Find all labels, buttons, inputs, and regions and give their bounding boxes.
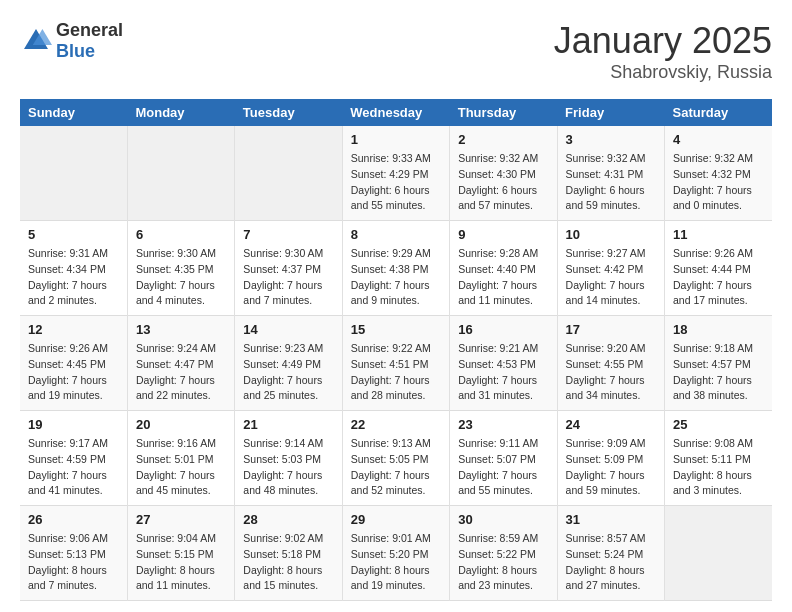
day-number: 15 (351, 322, 441, 337)
day-info: Sunrise: 9:18 AM Sunset: 4:57 PM Dayligh… (673, 341, 764, 404)
day-info: Sunrise: 9:22 AM Sunset: 4:51 PM Dayligh… (351, 341, 441, 404)
day-info: Sunrise: 9:23 AM Sunset: 4:49 PM Dayligh… (243, 341, 333, 404)
calendar-day-cell: 17Sunrise: 9:20 AM Sunset: 4:55 PM Dayli… (557, 316, 664, 411)
calendar-day-cell: 19Sunrise: 9:17 AM Sunset: 4:59 PM Dayli… (20, 411, 127, 506)
weekday-header: Wednesday (342, 99, 449, 126)
day-info: Sunrise: 9:32 AM Sunset: 4:30 PM Dayligh… (458, 151, 548, 214)
calendar-day-cell: 22Sunrise: 9:13 AM Sunset: 5:05 PM Dayli… (342, 411, 449, 506)
day-number: 13 (136, 322, 226, 337)
weekday-header: Monday (127, 99, 234, 126)
day-info: Sunrise: 8:57 AM Sunset: 5:24 PM Dayligh… (566, 531, 656, 594)
day-info: Sunrise: 9:09 AM Sunset: 5:09 PM Dayligh… (566, 436, 656, 499)
day-info: Sunrise: 9:04 AM Sunset: 5:15 PM Dayligh… (136, 531, 226, 594)
calendar-week-row: 5Sunrise: 9:31 AM Sunset: 4:34 PM Daylig… (20, 221, 772, 316)
day-info: Sunrise: 9:26 AM Sunset: 4:44 PM Dayligh… (673, 246, 764, 309)
day-info: Sunrise: 9:16 AM Sunset: 5:01 PM Dayligh… (136, 436, 226, 499)
calendar-day-cell (20, 126, 127, 221)
day-number: 11 (673, 227, 764, 242)
day-info: Sunrise: 8:59 AM Sunset: 5:22 PM Dayligh… (458, 531, 548, 594)
calendar-day-cell: 6Sunrise: 9:30 AM Sunset: 4:35 PM Daylig… (127, 221, 234, 316)
day-info: Sunrise: 9:13 AM Sunset: 5:05 PM Dayligh… (351, 436, 441, 499)
day-number: 7 (243, 227, 333, 242)
calendar-day-cell (235, 126, 342, 221)
day-number: 20 (136, 417, 226, 432)
day-number: 27 (136, 512, 226, 527)
day-number: 23 (458, 417, 548, 432)
month-title: January 2025 (554, 20, 772, 62)
logo-icon (20, 25, 52, 57)
calendar-day-cell: 31Sunrise: 8:57 AM Sunset: 5:24 PM Dayli… (557, 506, 664, 601)
calendar-week-row: 26Sunrise: 9:06 AM Sunset: 5:13 PM Dayli… (20, 506, 772, 601)
title-section: January 2025 Shabrovskiy, Russia (554, 20, 772, 83)
day-number: 9 (458, 227, 548, 242)
day-number: 26 (28, 512, 119, 527)
day-info: Sunrise: 9:06 AM Sunset: 5:13 PM Dayligh… (28, 531, 119, 594)
calendar-day-cell: 11Sunrise: 9:26 AM Sunset: 4:44 PM Dayli… (665, 221, 772, 316)
weekday-header-row: SundayMondayTuesdayWednesdayThursdayFrid… (20, 99, 772, 126)
day-number: 3 (566, 132, 656, 147)
day-number: 18 (673, 322, 764, 337)
day-info: Sunrise: 9:26 AM Sunset: 4:45 PM Dayligh… (28, 341, 119, 404)
day-number: 10 (566, 227, 656, 242)
calendar-day-cell: 10Sunrise: 9:27 AM Sunset: 4:42 PM Dayli… (557, 221, 664, 316)
calendar-day-cell: 12Sunrise: 9:26 AM Sunset: 4:45 PM Dayli… (20, 316, 127, 411)
day-info: Sunrise: 9:27 AM Sunset: 4:42 PM Dayligh… (566, 246, 656, 309)
calendar-day-cell: 21Sunrise: 9:14 AM Sunset: 5:03 PM Dayli… (235, 411, 342, 506)
calendar-day-cell: 16Sunrise: 9:21 AM Sunset: 4:53 PM Dayli… (450, 316, 557, 411)
logo-blue: Blue (56, 41, 95, 61)
day-info: Sunrise: 9:28 AM Sunset: 4:40 PM Dayligh… (458, 246, 548, 309)
calendar-day-cell: 8Sunrise: 9:29 AM Sunset: 4:38 PM Daylig… (342, 221, 449, 316)
day-number: 17 (566, 322, 656, 337)
location-title: Shabrovskiy, Russia (554, 62, 772, 83)
logo: General Blue (20, 20, 123, 62)
day-info: Sunrise: 9:29 AM Sunset: 4:38 PM Dayligh… (351, 246, 441, 309)
day-number: 21 (243, 417, 333, 432)
calendar-day-cell: 7Sunrise: 9:30 AM Sunset: 4:37 PM Daylig… (235, 221, 342, 316)
weekday-header: Saturday (665, 99, 772, 126)
day-number: 4 (673, 132, 764, 147)
calendar-day-cell: 13Sunrise: 9:24 AM Sunset: 4:47 PM Dayli… (127, 316, 234, 411)
day-number: 6 (136, 227, 226, 242)
calendar-day-cell: 5Sunrise: 9:31 AM Sunset: 4:34 PM Daylig… (20, 221, 127, 316)
calendar-day-cell: 30Sunrise: 8:59 AM Sunset: 5:22 PM Dayli… (450, 506, 557, 601)
day-number: 1 (351, 132, 441, 147)
day-info: Sunrise: 9:30 AM Sunset: 4:37 PM Dayligh… (243, 246, 333, 309)
day-info: Sunrise: 9:01 AM Sunset: 5:20 PM Dayligh… (351, 531, 441, 594)
calendar-week-row: 19Sunrise: 9:17 AM Sunset: 4:59 PM Dayli… (20, 411, 772, 506)
day-number: 22 (351, 417, 441, 432)
calendar-day-cell: 25Sunrise: 9:08 AM Sunset: 5:11 PM Dayli… (665, 411, 772, 506)
day-number: 31 (566, 512, 656, 527)
calendar-day-cell: 28Sunrise: 9:02 AM Sunset: 5:18 PM Dayli… (235, 506, 342, 601)
calendar-day-cell: 24Sunrise: 9:09 AM Sunset: 5:09 PM Dayli… (557, 411, 664, 506)
day-info: Sunrise: 9:20 AM Sunset: 4:55 PM Dayligh… (566, 341, 656, 404)
day-info: Sunrise: 9:24 AM Sunset: 4:47 PM Dayligh… (136, 341, 226, 404)
day-info: Sunrise: 9:02 AM Sunset: 5:18 PM Dayligh… (243, 531, 333, 594)
day-info: Sunrise: 9:14 AM Sunset: 5:03 PM Dayligh… (243, 436, 333, 499)
calendar-day-cell: 14Sunrise: 9:23 AM Sunset: 4:49 PM Dayli… (235, 316, 342, 411)
day-number: 12 (28, 322, 119, 337)
day-info: Sunrise: 9:30 AM Sunset: 4:35 PM Dayligh… (136, 246, 226, 309)
day-number: 19 (28, 417, 119, 432)
day-number: 2 (458, 132, 548, 147)
day-number: 30 (458, 512, 548, 527)
calendar-day-cell: 9Sunrise: 9:28 AM Sunset: 4:40 PM Daylig… (450, 221, 557, 316)
day-info: Sunrise: 9:32 AM Sunset: 4:31 PM Dayligh… (566, 151, 656, 214)
calendar-day-cell: 3Sunrise: 9:32 AM Sunset: 4:31 PM Daylig… (557, 126, 664, 221)
day-number: 16 (458, 322, 548, 337)
day-info: Sunrise: 9:32 AM Sunset: 4:32 PM Dayligh… (673, 151, 764, 214)
weekday-header: Sunday (20, 99, 127, 126)
page-header: General Blue January 2025 Shabrovskiy, R… (20, 20, 772, 83)
day-info: Sunrise: 9:08 AM Sunset: 5:11 PM Dayligh… (673, 436, 764, 499)
day-info: Sunrise: 9:21 AM Sunset: 4:53 PM Dayligh… (458, 341, 548, 404)
calendar-day-cell: 26Sunrise: 9:06 AM Sunset: 5:13 PM Dayli… (20, 506, 127, 601)
weekday-header: Friday (557, 99, 664, 126)
day-info: Sunrise: 9:33 AM Sunset: 4:29 PM Dayligh… (351, 151, 441, 214)
day-number: 25 (673, 417, 764, 432)
day-info: Sunrise: 9:11 AM Sunset: 5:07 PM Dayligh… (458, 436, 548, 499)
day-info: Sunrise: 9:31 AM Sunset: 4:34 PM Dayligh… (28, 246, 119, 309)
calendar-day-cell (127, 126, 234, 221)
calendar-day-cell: 27Sunrise: 9:04 AM Sunset: 5:15 PM Dayli… (127, 506, 234, 601)
calendar-day-cell: 29Sunrise: 9:01 AM Sunset: 5:20 PM Dayli… (342, 506, 449, 601)
day-number: 5 (28, 227, 119, 242)
calendar-day-cell: 4Sunrise: 9:32 AM Sunset: 4:32 PM Daylig… (665, 126, 772, 221)
